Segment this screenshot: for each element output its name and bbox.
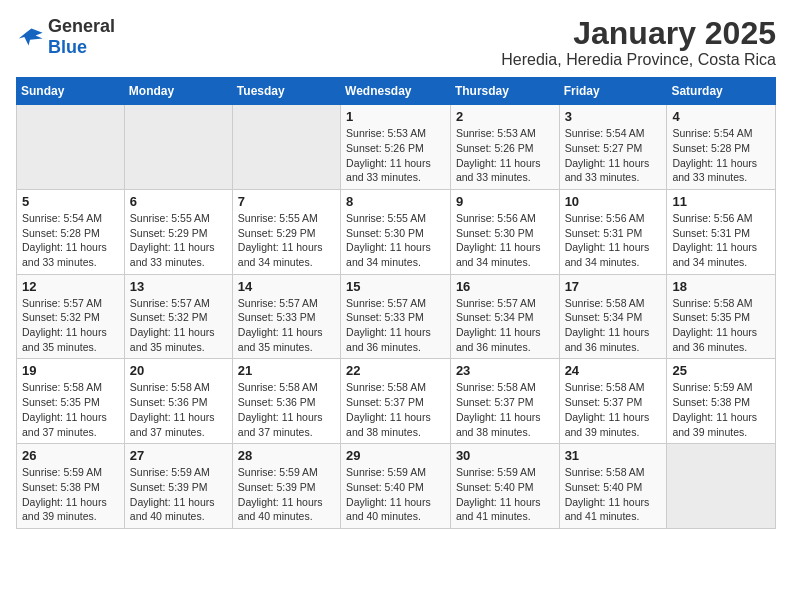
day-number: 30 [456, 448, 554, 463]
day-number: 13 [130, 279, 227, 294]
day-info: Sunrise: 5:59 AM Sunset: 5:38 PM Dayligh… [22, 465, 119, 524]
day-number: 25 [672, 363, 770, 378]
calendar-cell: 8Sunrise: 5:55 AM Sunset: 5:30 PM Daylig… [341, 189, 451, 274]
day-info: Sunrise: 5:57 AM Sunset: 5:34 PM Dayligh… [456, 296, 554, 355]
day-number: 3 [565, 109, 662, 124]
day-info: Sunrise: 5:53 AM Sunset: 5:26 PM Dayligh… [456, 126, 554, 185]
calendar-cell: 16Sunrise: 5:57 AM Sunset: 5:34 PM Dayli… [450, 274, 559, 359]
day-info: Sunrise: 5:54 AM Sunset: 5:28 PM Dayligh… [672, 126, 770, 185]
calendar-title: January 2025 [501, 16, 776, 51]
day-info: Sunrise: 5:55 AM Sunset: 5:29 PM Dayligh… [130, 211, 227, 270]
day-info: Sunrise: 5:55 AM Sunset: 5:29 PM Dayligh… [238, 211, 335, 270]
day-info: Sunrise: 5:56 AM Sunset: 5:31 PM Dayligh… [672, 211, 770, 270]
day-info: Sunrise: 5:58 AM Sunset: 5:37 PM Dayligh… [565, 380, 662, 439]
day-info: Sunrise: 5:53 AM Sunset: 5:26 PM Dayligh… [346, 126, 445, 185]
day-number: 26 [22, 448, 119, 463]
week-row-4: 26Sunrise: 5:59 AM Sunset: 5:38 PM Dayli… [17, 444, 776, 529]
logo-icon [16, 23, 44, 51]
calendar-cell: 3Sunrise: 5:54 AM Sunset: 5:27 PM Daylig… [559, 105, 667, 190]
calendar-cell: 5Sunrise: 5:54 AM Sunset: 5:28 PM Daylig… [17, 189, 125, 274]
calendar-cell: 1Sunrise: 5:53 AM Sunset: 5:26 PM Daylig… [341, 105, 451, 190]
day-info: Sunrise: 5:58 AM Sunset: 5:36 PM Dayligh… [238, 380, 335, 439]
calendar-cell: 17Sunrise: 5:58 AM Sunset: 5:34 PM Dayli… [559, 274, 667, 359]
calendar-cell: 13Sunrise: 5:57 AM Sunset: 5:32 PM Dayli… [124, 274, 232, 359]
day-number: 17 [565, 279, 662, 294]
title-block: January 2025 Heredia, Heredia Province, … [501, 16, 776, 69]
logo: General Blue [16, 16, 115, 58]
calendar-cell: 24Sunrise: 5:58 AM Sunset: 5:37 PM Dayli… [559, 359, 667, 444]
calendar-cell: 12Sunrise: 5:57 AM Sunset: 5:32 PM Dayli… [17, 274, 125, 359]
calendar-cell: 10Sunrise: 5:56 AM Sunset: 5:31 PM Dayli… [559, 189, 667, 274]
calendar-cell [232, 105, 340, 190]
calendar-cell: 11Sunrise: 5:56 AM Sunset: 5:31 PM Dayli… [667, 189, 776, 274]
calendar-cell: 18Sunrise: 5:58 AM Sunset: 5:35 PM Dayli… [667, 274, 776, 359]
calendar-cell: 23Sunrise: 5:58 AM Sunset: 5:37 PM Dayli… [450, 359, 559, 444]
calendar-cell: 4Sunrise: 5:54 AM Sunset: 5:28 PM Daylig… [667, 105, 776, 190]
calendar-header: SundayMondayTuesdayWednesdayThursdayFrid… [17, 78, 776, 105]
calendar-cell: 31Sunrise: 5:58 AM Sunset: 5:40 PM Dayli… [559, 444, 667, 529]
day-number: 29 [346, 448, 445, 463]
day-info: Sunrise: 5:58 AM Sunset: 5:37 PM Dayligh… [456, 380, 554, 439]
week-row-1: 5Sunrise: 5:54 AM Sunset: 5:28 PM Daylig… [17, 189, 776, 274]
day-info: Sunrise: 5:57 AM Sunset: 5:32 PM Dayligh… [22, 296, 119, 355]
day-info: Sunrise: 5:58 AM Sunset: 5:35 PM Dayligh… [672, 296, 770, 355]
calendar-cell: 15Sunrise: 5:57 AM Sunset: 5:33 PM Dayli… [341, 274, 451, 359]
day-number: 15 [346, 279, 445, 294]
day-info: Sunrise: 5:57 AM Sunset: 5:33 PM Dayligh… [238, 296, 335, 355]
day-number: 12 [22, 279, 119, 294]
day-info: Sunrise: 5:58 AM Sunset: 5:34 PM Dayligh… [565, 296, 662, 355]
calendar-cell: 27Sunrise: 5:59 AM Sunset: 5:39 PM Dayli… [124, 444, 232, 529]
day-number: 16 [456, 279, 554, 294]
weekday-monday: Monday [124, 78, 232, 105]
day-number: 28 [238, 448, 335, 463]
calendar-cell: 20Sunrise: 5:58 AM Sunset: 5:36 PM Dayli… [124, 359, 232, 444]
calendar-cell: 26Sunrise: 5:59 AM Sunset: 5:38 PM Dayli… [17, 444, 125, 529]
week-row-3: 19Sunrise: 5:58 AM Sunset: 5:35 PM Dayli… [17, 359, 776, 444]
day-number: 21 [238, 363, 335, 378]
calendar-cell: 14Sunrise: 5:57 AM Sunset: 5:33 PM Dayli… [232, 274, 340, 359]
day-number: 23 [456, 363, 554, 378]
day-number: 31 [565, 448, 662, 463]
day-number: 2 [456, 109, 554, 124]
calendar-cell: 6Sunrise: 5:55 AM Sunset: 5:29 PM Daylig… [124, 189, 232, 274]
calendar-cell: 2Sunrise: 5:53 AM Sunset: 5:26 PM Daylig… [450, 105, 559, 190]
weekday-sunday: Sunday [17, 78, 125, 105]
day-number: 14 [238, 279, 335, 294]
weekday-saturday: Saturday [667, 78, 776, 105]
day-number: 9 [456, 194, 554, 209]
day-number: 18 [672, 279, 770, 294]
calendar-cell: 30Sunrise: 5:59 AM Sunset: 5:40 PM Dayli… [450, 444, 559, 529]
calendar-cell: 25Sunrise: 5:59 AM Sunset: 5:38 PM Dayli… [667, 359, 776, 444]
day-info: Sunrise: 5:59 AM Sunset: 5:40 PM Dayligh… [456, 465, 554, 524]
calendar-cell: 28Sunrise: 5:59 AM Sunset: 5:39 PM Dayli… [232, 444, 340, 529]
day-number: 7 [238, 194, 335, 209]
day-info: Sunrise: 5:59 AM Sunset: 5:40 PM Dayligh… [346, 465, 445, 524]
day-info: Sunrise: 5:54 AM Sunset: 5:28 PM Dayligh… [22, 211, 119, 270]
day-number: 22 [346, 363, 445, 378]
weekday-friday: Friday [559, 78, 667, 105]
calendar-cell [17, 105, 125, 190]
day-number: 20 [130, 363, 227, 378]
day-info: Sunrise: 5:56 AM Sunset: 5:31 PM Dayligh… [565, 211, 662, 270]
calendar-cell [124, 105, 232, 190]
day-number: 19 [22, 363, 119, 378]
week-row-2: 12Sunrise: 5:57 AM Sunset: 5:32 PM Dayli… [17, 274, 776, 359]
weekday-wednesday: Wednesday [341, 78, 451, 105]
calendar-subtitle: Heredia, Heredia Province, Costa Rica [501, 51, 776, 69]
calendar-body: 1Sunrise: 5:53 AM Sunset: 5:26 PM Daylig… [17, 105, 776, 529]
day-info: Sunrise: 5:57 AM Sunset: 5:32 PM Dayligh… [130, 296, 227, 355]
day-info: Sunrise: 5:58 AM Sunset: 5:36 PM Dayligh… [130, 380, 227, 439]
logo-general: General [48, 16, 115, 36]
calendar-table: SundayMondayTuesdayWednesdayThursdayFrid… [16, 77, 776, 529]
day-number: 11 [672, 194, 770, 209]
day-number: 10 [565, 194, 662, 209]
day-number: 4 [672, 109, 770, 124]
day-info: Sunrise: 5:56 AM Sunset: 5:30 PM Dayligh… [456, 211, 554, 270]
day-info: Sunrise: 5:58 AM Sunset: 5:40 PM Dayligh… [565, 465, 662, 524]
day-info: Sunrise: 5:58 AM Sunset: 5:37 PM Dayligh… [346, 380, 445, 439]
calendar-cell: 19Sunrise: 5:58 AM Sunset: 5:35 PM Dayli… [17, 359, 125, 444]
calendar-cell: 9Sunrise: 5:56 AM Sunset: 5:30 PM Daylig… [450, 189, 559, 274]
day-info: Sunrise: 5:55 AM Sunset: 5:30 PM Dayligh… [346, 211, 445, 270]
day-info: Sunrise: 5:58 AM Sunset: 5:35 PM Dayligh… [22, 380, 119, 439]
day-info: Sunrise: 5:59 AM Sunset: 5:39 PM Dayligh… [238, 465, 335, 524]
